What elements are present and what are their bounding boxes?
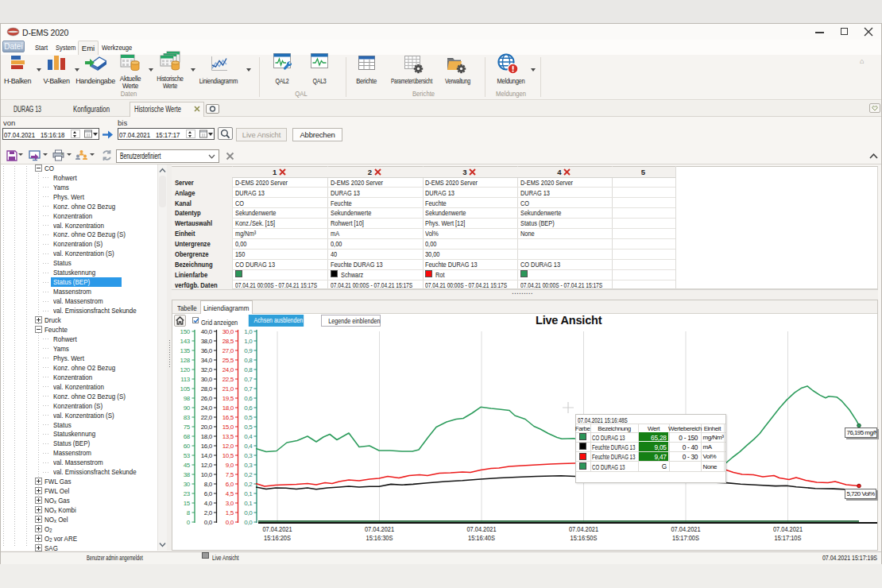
svg-text:45: 45	[184, 462, 191, 469]
svg-text:19,5: 19,5	[222, 395, 234, 402]
svg-text:07.04.2021: 07.04.2021	[365, 525, 394, 533]
svg-text:9,0: 9,0	[226, 462, 234, 469]
svg-text:0,6: 0,6	[244, 404, 253, 412]
svg-text:0,5: 0,5	[244, 424, 253, 431]
svg-text:120: 120	[180, 366, 191, 373]
svg-text:15: 15	[184, 500, 191, 507]
svg-text:105: 105	[180, 385, 191, 393]
svg-text:0,1: 0,1	[244, 490, 253, 497]
svg-text:15:17:10S: 15:17:10S	[775, 534, 802, 542]
svg-text:40,0: 40,0	[201, 328, 213, 335]
svg-text:0,3: 0,3	[244, 452, 253, 459]
svg-text:4,0: 4,0	[204, 500, 213, 507]
svg-text:0,2: 0,2	[244, 481, 253, 488]
svg-text:113: 113	[180, 376, 191, 383]
svg-text:7,5: 7,5	[226, 471, 234, 478]
svg-text:16,0: 16,0	[201, 443, 213, 450]
svg-text:1,5: 1,5	[226, 509, 234, 516]
svg-text:21,0: 21,0	[222, 385, 234, 393]
svg-text:150: 150	[180, 328, 191, 335]
svg-text:16,5: 16,5	[222, 414, 234, 421]
svg-text:38,0: 38,0	[201, 338, 213, 345]
svg-text:0,0: 0,0	[204, 519, 213, 526]
svg-text:4,5: 4,5	[226, 490, 234, 497]
svg-text:0,4: 0,4	[244, 443, 253, 450]
svg-text:27,0: 27,0	[222, 347, 234, 354]
svg-text:38: 38	[184, 471, 191, 478]
svg-text:23: 23	[184, 490, 191, 497]
svg-text:60: 60	[184, 443, 191, 450]
svg-text:15:16:30S: 15:16:30S	[366, 534, 393, 542]
svg-text:25,5: 25,5	[222, 357, 234, 364]
svg-text:135: 135	[180, 347, 191, 354]
svg-text:0,1: 0,1	[244, 500, 253, 507]
svg-text:12,0: 12,0	[201, 462, 213, 469]
svg-text:0,0: 0,0	[226, 519, 234, 526]
svg-text:07.04.2021: 07.04.2021	[569, 525, 598, 533]
svg-text:22,5: 22,5	[222, 376, 234, 383]
svg-text:1,0: 1,0	[244, 338, 253, 345]
svg-text:18,0: 18,0	[201, 433, 213, 440]
svg-text:24,0: 24,0	[222, 366, 234, 373]
svg-text:12,0: 12,0	[222, 443, 234, 450]
svg-text:3,0: 3,0	[226, 500, 234, 507]
svg-text:0,8: 0,8	[244, 366, 253, 373]
svg-text:1,0: 1,0	[244, 328, 253, 335]
svg-text:15:16:50S: 15:16:50S	[571, 534, 598, 542]
svg-text:8,0: 8,0	[204, 481, 213, 488]
svg-text:98: 98	[184, 395, 191, 402]
svg-text:07.04.2021: 07.04.2021	[263, 525, 292, 533]
svg-text:0,3: 0,3	[244, 462, 253, 469]
svg-text:15:16:40S: 15:16:40S	[468, 534, 495, 542]
svg-text:07.04.2021: 07.04.2021	[773, 525, 803, 533]
svg-text:15:16:20S: 15:16:20S	[264, 534, 291, 542]
svg-text:0,0: 0,0	[244, 509, 253, 516]
svg-text:143: 143	[180, 338, 191, 345]
svg-text:30,0: 30,0	[222, 328, 234, 335]
svg-text:13,5: 13,5	[222, 433, 234, 440]
svg-text:8: 8	[187, 509, 191, 516]
svg-text:0,5: 0,5	[244, 414, 253, 421]
svg-text:128: 128	[180, 357, 191, 364]
svg-text:83: 83	[184, 414, 191, 421]
svg-text:6,0: 6,0	[226, 481, 234, 488]
svg-text:15,0: 15,0	[222, 424, 234, 431]
svg-text:34,0: 34,0	[201, 357, 213, 364]
svg-text:10,5: 10,5	[222, 452, 234, 459]
svg-text:22,0: 22,0	[201, 414, 213, 421]
svg-text:30,0: 30,0	[201, 376, 213, 383]
svg-text:0,8: 0,8	[244, 357, 253, 364]
svg-text:53: 53	[184, 452, 191, 459]
svg-text:0,7: 0,7	[244, 376, 253, 383]
svg-text:0,2: 0,2	[244, 471, 253, 478]
svg-text:6,0: 6,0	[204, 490, 213, 497]
svg-text:32,0: 32,0	[201, 366, 213, 373]
svg-text:07.04.2021: 07.04.2021	[467, 525, 497, 533]
svg-text:0,0: 0,0	[244, 519, 253, 526]
svg-text:10,0: 10,0	[201, 471, 213, 478]
svg-text:75: 75	[184, 424, 191, 431]
svg-text:0: 0	[187, 519, 191, 526]
svg-text:68: 68	[184, 433, 191, 440]
svg-text:18,0: 18,0	[222, 404, 234, 412]
svg-text:28,5: 28,5	[222, 338, 234, 345]
svg-text:90: 90	[184, 404, 191, 412]
svg-text:07.04.2021: 07.04.2021	[671, 525, 701, 533]
svg-text:30: 30	[184, 481, 191, 488]
svg-text:0,7: 0,7	[244, 385, 253, 393]
svg-text:15:17:00S: 15:17:00S	[672, 534, 699, 542]
svg-text:0,6: 0,6	[244, 395, 253, 402]
svg-text:14,0: 14,0	[201, 452, 213, 459]
svg-text:2,0: 2,0	[204, 509, 213, 516]
svg-text:24,0: 24,0	[201, 404, 213, 412]
svg-text:26,0: 26,0	[201, 395, 213, 402]
svg-text:20,0: 20,0	[201, 424, 213, 431]
svg-text:0,4: 0,4	[244, 433, 253, 440]
svg-text:0,9: 0,9	[244, 347, 253, 354]
svg-text:36,0: 36,0	[201, 347, 213, 354]
svg-text:28,0: 28,0	[201, 385, 213, 393]
